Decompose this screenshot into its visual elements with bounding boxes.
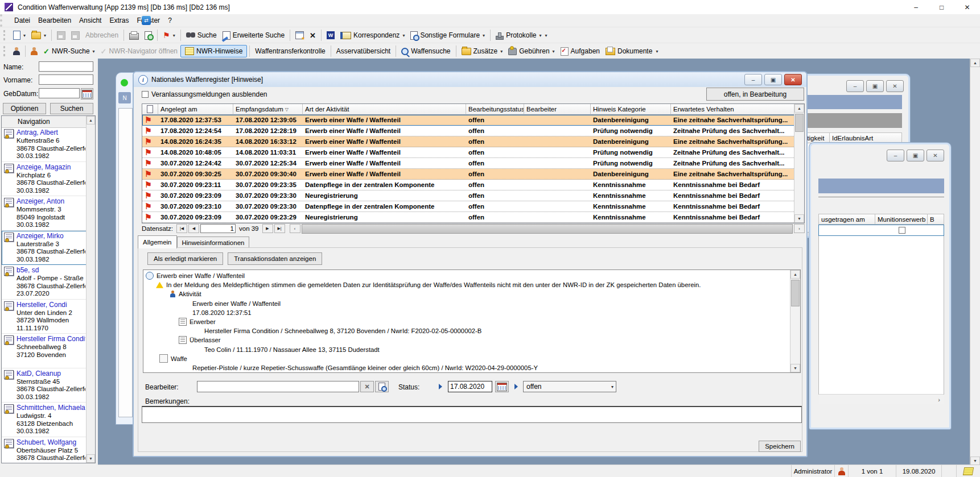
first-record-button[interactable]: |◀ — [176, 224, 187, 233]
last-record-button[interactable]: ▶| — [274, 224, 285, 233]
list-item[interactable]: Anzeige, Magazin Kirchplatz 6 38678 Clau… — [2, 162, 87, 197]
status-filter-button[interactable]: offen, in Bearbeitung — [706, 88, 804, 101]
menu-item[interactable]: Extras — [105, 15, 133, 26]
table-scroll-down-icon[interactable]: ▼ — [794, 214, 804, 223]
scroll-down-icon[interactable]: ▼ — [87, 454, 95, 463]
teamviewer-icon[interactable]: ⇄ — [142, 16, 151, 25]
table-row[interactable]: ⚑ 30.07.2020 09:30:25 30.07.2020 09:30:4… — [142, 169, 804, 180]
list-item[interactable]: Anzeiger, Anton Mommsenstr. 3 85049 Ingo… — [2, 196, 87, 231]
bg2-minimize-button[interactable]: – — [887, 150, 904, 161]
detail-scroll-thumb[interactable] — [791, 280, 800, 306]
vorname-input[interactable] — [39, 74, 93, 85]
table-row[interactable]: ⚑ 17.08.2020 12:24:54 17.08.2020 12:28:1… — [142, 126, 804, 136]
list-item[interactable]: b5e, sd Adolf - Pompe - Straße 7 38678 C… — [2, 265, 87, 300]
status-select[interactable]: offen ▾ — [523, 381, 616, 392]
list-item[interactable]: Anzeiger, Mirko Lauterstraße 3 38678 Cla… — [2, 231, 87, 266]
nwr-navigator-button[interactable]: ✓NWR-Navigator öffnen — [98, 46, 180, 57]
dialog-minimize-button[interactable]: – — [744, 74, 762, 85]
tab-allgemein[interactable]: Allgemein — [138, 235, 177, 248]
abort-button[interactable]: Abbrechen — [83, 30, 121, 40]
hscroll-thumb[interactable] — [302, 224, 793, 234]
nwr-hinweise-button[interactable]: NWR-Hinweise — [180, 45, 247, 57]
toolbar2-overflow[interactable]: ▾ — [656, 49, 658, 54]
table-row[interactable]: ⚑ 30.07.2020 09:23:10 30.07.2020 09:23:3… — [142, 201, 804, 212]
delete-button[interactable]: ✕ — [307, 30, 319, 41]
speichern-button[interactable]: Speichern — [759, 441, 801, 452]
list-item[interactable]: KatD, Cleanup Sternstraße 45 38678 Claus… — [2, 368, 87, 403]
prev-record-button[interactable]: ◀ — [188, 224, 199, 233]
table-row[interactable]: ⚑ 30.07.2020 09:23:09 30.07.2020 09:23:2… — [142, 212, 804, 223]
bg2-column-b[interactable]: B — [928, 214, 944, 225]
header-bearbeiter[interactable]: Bearbeiter — [524, 104, 591, 115]
close-button[interactable]: ✕ — [954, 0, 980, 14]
suchen-button[interactable]: Suchen — [50, 103, 93, 114]
record-number-input[interactable] — [200, 224, 236, 233]
aufgaben-button[interactable]: Aufgaben — [558, 46, 603, 57]
waffensuche-button[interactable]: Waffensuche — [398, 46, 453, 56]
bearbeiter-input[interactable] — [197, 381, 359, 392]
table-scroll-up-icon[interactable]: ▲ — [794, 104, 804, 113]
user-dark-button[interactable] — [10, 46, 23, 56]
header-kategorie[interactable]: Hinweis Kategorie — [591, 104, 671, 115]
word-button[interactable]: W — [324, 30, 337, 40]
print-button[interactable] — [126, 30, 142, 41]
form-button[interactable] — [293, 30, 307, 40]
mdi-scroll-down-icon[interactable]: ▼ — [970, 457, 980, 465]
korrespondenz-button[interactable]: Korrespondenz▾ — [337, 30, 407, 40]
waffentransferkontrolle-button[interactable]: Waffentransferkontrolle — [252, 46, 328, 56]
bg1-close-button[interactable]: ✕ — [886, 80, 904, 92]
bg1-column-erlaubnisart[interactable]: IdErlaubnisArt — [830, 132, 902, 143]
gebdatum-calendar-button[interactable] — [81, 88, 93, 99]
advanced-search-button[interactable]: Erweiterte Suche — [220, 30, 287, 41]
name-input[interactable] — [39, 61, 93, 72]
open-button[interactable]: ▾ — [28, 31, 49, 40]
bg2-column-munitionserwerb[interactable]: Munitionserwerb — [875, 214, 928, 225]
next-record-button[interactable]: ▶ — [262, 224, 273, 233]
save-button[interactable] — [54, 30, 68, 41]
status-date-input[interactable] — [448, 381, 492, 392]
header-art[interactable]: Art der Aktivität — [303, 104, 466, 115]
minimize-button[interactable]: – — [903, 0, 929, 14]
protokolle-button[interactable]: Protokolle▾ — [493, 30, 544, 41]
optionen-button[interactable]: Optionen — [3, 103, 46, 114]
navigation-scrollbar[interactable]: ▲ ▼ — [86, 116, 95, 463]
hscroll-right-icon[interactable]: › — [794, 224, 805, 233]
mdi-scroll-up-icon[interactable]: ▲ — [970, 59, 980, 67]
tab-hinweisinformationen[interactable]: Hinweisinformationen — [177, 237, 250, 248]
header-verhalten[interactable]: Erwartetes Verhalten — [671, 104, 794, 115]
table-row[interactable]: ⚑ 14.08.2020 10:48:05 14.08.2020 11:03:3… — [142, 147, 804, 158]
bg2-hscrollbar[interactable]: › — [819, 394, 944, 404]
detail-scroll-down-icon[interactable]: ▼ — [790, 364, 800, 372]
menu-item[interactable]: Datei — [10, 15, 34, 26]
zusaetze-button[interactable]: Zusätze▾ — [459, 46, 506, 56]
scroll-up-icon[interactable]: ▲ — [87, 116, 95, 125]
detail-scroll-up-icon[interactable]: ▲ — [790, 270, 800, 279]
hscroll-left-icon[interactable]: ‹ — [290, 224, 300, 233]
nwr-suche-button[interactable]: ✓NWR-Suche▾ — [40, 46, 98, 57]
toolbar-grip2[interactable] — [3, 46, 7, 56]
bemerkungen-input[interactable] — [142, 406, 802, 423]
dialog-close-button[interactable]: ✕ — [784, 74, 802, 85]
bg2-restore-button[interactable]: ▣ — [907, 150, 924, 161]
dokumente-button[interactable]: Dokumente — [603, 46, 655, 56]
search-button[interactable]: Suche — [183, 30, 220, 40]
gebuehren-button[interactable]: Gebühren▾ — [505, 46, 557, 56]
print-preview-button[interactable] — [142, 30, 155, 41]
sonstige-formulare-button[interactable]: Sonstige Formulare▾ — [407, 30, 488, 41]
list-item[interactable]: Antrag, Albert Kuftenstraße 6 38678 Clau… — [2, 127, 87, 162]
header-empfangsdatum[interactable]: Empfangsdatum▽ — [233, 104, 303, 115]
background-window-munition[interactable]: – ▣ ✕ usgetragen am Munitionserwerb B › — [809, 143, 951, 429]
bg1-minimize-button[interactable]: – — [846, 80, 864, 92]
clear-bearbeiter-button[interactable]: ✕ — [360, 381, 374, 392]
table-row[interactable]: ⚑ 14.08.2020 16:24:35 14.08.2020 16:33:1… — [142, 136, 804, 147]
table-row[interactable]: ⚑ 30.07.2020 09:23:11 30.07.2020 09:23:3… — [142, 180, 804, 190]
flag-button[interactable]: ⚑▾ — [160, 30, 178, 40]
pick-bearbeiter-button[interactable] — [375, 381, 389, 392]
gebdatum-input[interactable] — [39, 88, 80, 98]
table-vscrollbar[interactable]: ▲ ▼ — [794, 104, 804, 223]
detail-vscrollbar[interactable]: ▲ ▼ — [790, 270, 800, 372]
table-row[interactable]: ⚑ 30.07.2020 09:23:09 30.07.2020 09:23:3… — [142, 190, 804, 201]
munitionserwerb-checkbox[interactable] — [899, 227, 905, 234]
menu-item[interactable]: Bearbeiten — [34, 15, 75, 26]
header-icon-cell[interactable] — [142, 104, 158, 115]
